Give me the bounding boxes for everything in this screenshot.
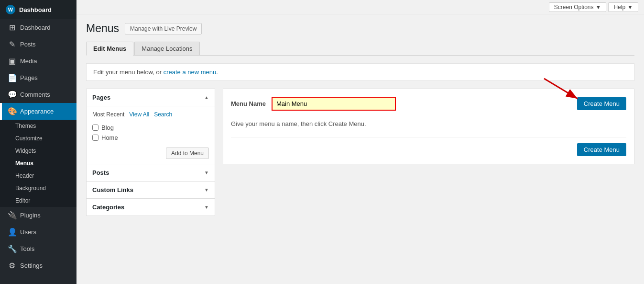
media-icon: ▣ [8, 57, 16, 66]
appearance-icon: 🎨 [8, 107, 16, 116]
pages-tab-view-all[interactable]: View All [129, 111, 149, 118]
pages-label-home: Home [101, 134, 118, 141]
plugins-icon: 🔌 [8, 211, 16, 220]
sidebar: W Dashboard ⊞ Dashboard ✎ Posts ▣ Media … [0, 0, 76, 284]
sidebar-item-label: Appearance [20, 108, 54, 115]
categories-panel-title: Categories [92, 204, 124, 211]
two-column-layout: Pages ▲ Most Recent View All Search B [86, 89, 634, 216]
info-period: . [216, 68, 218, 76]
sidebar-item-comments[interactable]: 💬 Comments [0, 86, 76, 103]
sidebar-logo-label: Dashboard [19, 6, 52, 13]
help-label: Help [613, 4, 625, 11]
pages-checkbox-blog[interactable] [92, 125, 98, 131]
left-column: Pages ▲ Most Recent View All Search B [86, 89, 215, 216]
pages-add-row: Add to Menu [92, 148, 209, 159]
wordpress-icon: W [6, 5, 15, 14]
help-chevron-icon: ▼ [627, 4, 633, 11]
sidebar-item-users[interactable]: 👤 Users [0, 224, 76, 240]
pages-tab-search[interactable]: Search [154, 111, 172, 118]
screen-options-chevron-icon: ▼ [596, 4, 601, 11]
info-text: Edit your menu below, or [93, 68, 162, 76]
svg-line-1 [544, 79, 578, 99]
categories-panel: Categories ▼ [86, 199, 215, 216]
tools-icon: 🔧 [8, 244, 16, 253]
menu-bottom-row: Create Menu [231, 137, 626, 156]
add-to-menu-button[interactable]: Add to Menu [166, 148, 209, 159]
categories-panel-header[interactable]: Categories ▼ [87, 199, 215, 216]
custom-links-chevron-icon: ▼ [204, 187, 209, 193]
posts-panel: Posts ▼ [86, 164, 215, 182]
sidebar-sub-widgets[interactable]: Widgets [0, 145, 76, 157]
pages-item-blog: Blog [92, 123, 209, 133]
pages-panel-chevron-icon: ▲ [204, 95, 209, 100]
help-button[interactable]: Help ▼ [608, 2, 638, 12]
pages-panel-body: Most Recent View All Search Blog Ho [87, 106, 215, 164]
pages-icon: 📄 [8, 73, 16, 82]
users-icon: 👤 [8, 227, 16, 237]
sidebar-item-label: Posts [20, 41, 36, 48]
sidebar-sub-menus[interactable]: Menus [0, 157, 76, 170]
posts-panel-chevron-icon: ▼ [204, 170, 209, 175]
sidebar-item-media[interactable]: ▣ Media [0, 53, 76, 69]
info-bar: Edit your menu below, or create a new me… [86, 63, 634, 81]
sidebar-logo[interactable]: W Dashboard [0, 0, 76, 19]
menu-name-row: Menu Name Create Menu [231, 97, 626, 111]
sidebar-item-label: Users [20, 228, 36, 236]
comments-icon: 💬 [8, 90, 16, 99]
custom-links-panel-title: Custom Links [92, 186, 133, 193]
tab-manage-locations[interactable]: Manage Locations [134, 42, 199, 55]
pages-panel-title: Pages [92, 94, 110, 101]
dashboard-icon: ⊞ [8, 23, 16, 32]
create-new-menu-link[interactable]: create a new menu [164, 68, 217, 76]
sidebar-item-label: Settings [20, 262, 43, 269]
custom-links-panel: Custom Links ▼ [86, 182, 215, 199]
create-menu-top-button[interactable]: Create Menu [577, 97, 626, 110]
sidebar-sub-header[interactable]: Header [0, 170, 76, 182]
tab-edit-menus[interactable]: Edit Menus [86, 42, 133, 56]
sidebar-item-label: Plugins [20, 212, 41, 219]
sidebar-item-label: Media [20, 57, 37, 65]
pages-panel-header[interactable]: Pages ▲ [87, 89, 215, 106]
sidebar-item-dashboard[interactable]: ⊞ Dashboard [0, 19, 76, 36]
custom-links-panel-header[interactable]: Custom Links ▼ [87, 182, 215, 198]
create-menu-bottom-button[interactable]: Create Menu [577, 143, 626, 156]
right-column: Menu Name Create Menu [223, 89, 634, 170]
pages-panel: Pages ▲ Most Recent View All Search B [86, 89, 215, 164]
main-area: Screen Options ▼ Help ▼ Menus Manage wit… [76, 0, 644, 284]
menu-name-panel: Menu Name Create Menu [223, 89, 634, 164]
pages-label-blog: Blog [101, 124, 114, 131]
menu-name-label: Menu Name [231, 100, 266, 107]
menu-tabs: Edit Menus Manage Locations [86, 42, 634, 56]
live-preview-button[interactable]: Manage with Live Preview [125, 23, 202, 34]
sidebar-item-appearance[interactable]: 🎨 Appearance [0, 103, 76, 120]
sidebar-item-posts[interactable]: ✎ Posts [0, 36, 76, 53]
sidebar-item-pages[interactable]: 📄 Pages [0, 69, 76, 86]
screen-options-button[interactable]: Screen Options ▼ [549, 2, 607, 12]
menu-instruction: Give your menu a name, then click Create… [231, 117, 626, 137]
sidebar-sub-customize[interactable]: Customize [0, 132, 76, 145]
settings-icon: ⚙ [8, 261, 16, 270]
screen-options-label: Screen Options [554, 4, 594, 11]
page-title: Menus [86, 22, 119, 35]
sidebar-item-plugins[interactable]: 🔌 Plugins [0, 207, 76, 224]
sidebar-item-label: Tools [20, 245, 34, 252]
sidebar-sub-background[interactable]: Background [0, 182, 76, 194]
pages-item-home: Home [92, 133, 209, 143]
sidebar-sub-editor[interactable]: Editor [0, 194, 76, 207]
sidebar-item-label: Dashboard [20, 24, 51, 31]
posts-panel-header[interactable]: Posts ▼ [87, 164, 215, 181]
menu-name-input[interactable] [272, 97, 396, 111]
pages-panel-tabs: Most Recent View All Search [92, 111, 209, 118]
appearance-submenu: Themes Customize Widgets Menus Header Ba… [0, 120, 76, 207]
pages-tab-most-recent[interactable]: Most Recent [92, 111, 124, 118]
sidebar-sub-themes[interactable]: Themes [0, 120, 76, 132]
sidebar-item-label: Pages [20, 74, 38, 81]
sidebar-item-label: Comments [20, 91, 50, 98]
content-area: Menus Manage with Live Preview Edit Menu… [76, 14, 644, 284]
sidebar-item-tools[interactable]: 🔧 Tools [0, 240, 76, 257]
pages-checkbox-home[interactable] [92, 135, 98, 141]
sidebar-item-settings[interactable]: ⚙ Settings [0, 257, 76, 274]
pages-checkbox-list: Blog Home [92, 123, 209, 143]
posts-panel-title: Posts [92, 169, 109, 176]
posts-icon: ✎ [8, 40, 16, 49]
